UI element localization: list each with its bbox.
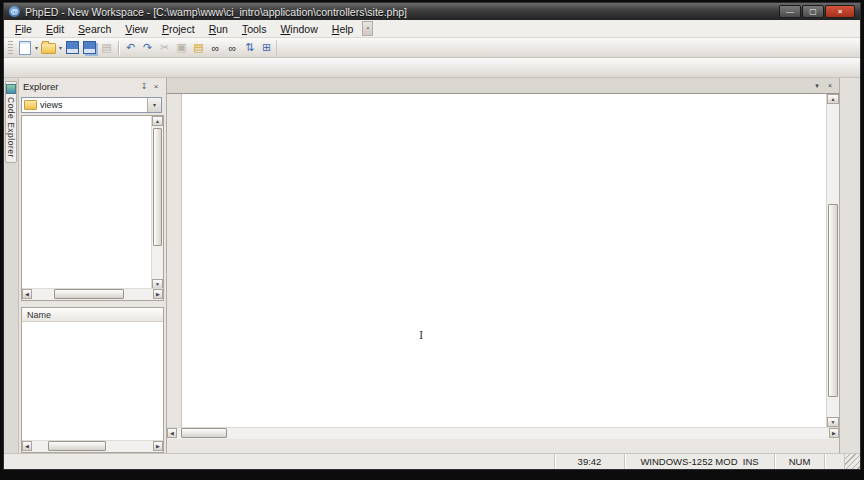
- scroll-right-icon[interactable]: ▶: [153, 441, 163, 451]
- scrollbar-thumb[interactable]: [153, 128, 162, 246]
- paste-icon[interactable]: ▤: [190, 39, 207, 56]
- toolbar-overflow-button[interactable]: [276, 40, 286, 55]
- minimize-button[interactable]: —: [779, 5, 801, 18]
- menu-search[interactable]: Search: [71, 22, 118, 36]
- scroll-up-icon[interactable]: ▲: [152, 116, 163, 126]
- explorer-title: Explorer: [23, 81, 58, 92]
- explorer-panel: Explorer ↧ × views ▾ ▲: [19, 78, 167, 453]
- main-region: Code Explorer Explorer ↧ × views ▾: [4, 78, 860, 453]
- encoding-mode-indicator: WINDOWS-1252 MOD INS: [624, 454, 774, 469]
- maximize-button[interactable]: ▢: [802, 5, 824, 18]
- menu-tools[interactable]: Tools: [235, 22, 274, 36]
- menu-run[interactable]: Run: [202, 22, 235, 36]
- folder-dropdown[interactable]: views ▾: [21, 97, 162, 113]
- save-all-icon[interactable]: [81, 39, 98, 56]
- editor-horizontal-scrollbar[interactable]: ◀ ▶: [167, 427, 839, 439]
- folder-tree-box: ▲ ▼ ◀ ▶: [21, 115, 164, 301]
- scrollbar-thumb[interactable]: [181, 428, 227, 438]
- status-spacer: [824, 454, 844, 469]
- numlock-indicator: NUM: [774, 454, 824, 469]
- tab-list-dropdown-icon[interactable]: ▾: [812, 82, 822, 90]
- scrollbar-thumb[interactable]: [54, 289, 124, 299]
- editor-vertical-scrollbar[interactable]: ▲ ▼: [826, 94, 839, 427]
- scroll-left-icon[interactable]: ◀: [22, 441, 32, 451]
- phped-logo-icon: @: [9, 6, 20, 17]
- code-explorer-label: Code Explorer: [6, 97, 16, 158]
- phped-window: @ PhpED - New Workspace - [C:\wamp\www\c…: [3, 2, 861, 470]
- chevron-down-icon[interactable]: ▾: [147, 98, 161, 112]
- left-dock-strip: Code Explorer: [4, 78, 19, 453]
- close-tab-icon[interactable]: ×: [825, 82, 835, 90]
- new-file-dropdown-icon[interactable]: ▾: [33, 44, 40, 51]
- toolbar-row-2: [4, 58, 860, 78]
- folder-tree: [22, 117, 152, 289]
- copy-icon[interactable]: ▣: [173, 39, 190, 56]
- scrollbar-thumb[interactable]: [828, 204, 838, 397]
- editor-body: ▲ ▼: [167, 94, 839, 427]
- redo-icon[interactable]: ↷: [139, 39, 156, 56]
- new-file-icon[interactable]: [16, 39, 33, 56]
- file-list: [22, 322, 163, 440]
- scroll-right-icon[interactable]: ▶: [153, 289, 163, 299]
- window-grid-icon[interactable]: ⊞: [258, 39, 275, 56]
- editor-tab-bar: ▾ ×: [167, 78, 839, 94]
- close-button[interactable]: ×: [825, 5, 855, 18]
- scrollbar-thumb[interactable]: [48, 441, 106, 451]
- toolbar-grip[interactable]: [8, 41, 13, 54]
- close-panel-icon[interactable]: ×: [150, 81, 162, 92]
- window-controls: — ▢ ×: [779, 5, 855, 18]
- menu-project[interactable]: Project: [155, 22, 202, 36]
- file-list-header[interactable]: Name: [22, 308, 163, 322]
- code-view[interactable]: [182, 94, 827, 427]
- save-icon[interactable]: [64, 39, 81, 56]
- files-horizontal-scrollbar[interactable]: ◀ ▶: [22, 440, 163, 452]
- status-bar: 39:42 WINDOWS-1252 MOD INS NUM: [4, 453, 860, 469]
- file-list-box: Name ◀ ▶: [21, 307, 164, 453]
- screen: @ PhpED - New Workspace - [C:\wamp\www\c…: [0, 0, 864, 480]
- source-preview-tabs: [167, 439, 839, 453]
- menu-window[interactable]: Window: [273, 22, 324, 36]
- scroll-right-icon[interactable]: ▶: [829, 428, 839, 438]
- menu-view[interactable]: View: [118, 22, 155, 36]
- pin-icon[interactable]: ↧: [138, 81, 150, 92]
- code-explorer-tab[interactable]: Code Explorer: [5, 81, 17, 163]
- menu-help[interactable]: Help: [325, 22, 361, 36]
- undo-icon[interactable]: ↶: [122, 39, 139, 56]
- tab-bar-controls: ▾ ×: [808, 82, 839, 90]
- find-in-files-icon[interactable]: ∞: [224, 39, 241, 56]
- editor-area: ▾ × ▲ ▼ ◀ ▶: [167, 78, 839, 453]
- scroll-left-icon[interactable]: ◀: [167, 428, 177, 438]
- right-dock-strip: [839, 78, 860, 453]
- find-icon[interactable]: ∞: [207, 39, 224, 56]
- toolbar-separator: [118, 41, 119, 55]
- folder-dropdown-value: views: [40, 100, 147, 110]
- mouse-ibeam-cursor: I: [419, 329, 427, 341]
- cursor-position: 39:42: [554, 454, 624, 469]
- scroll-up-icon[interactable]: ▲: [827, 94, 839, 104]
- open-file-dropdown-icon[interactable]: ▾: [57, 44, 64, 51]
- menu-overflow-button[interactable]: ▪: [362, 21, 373, 36]
- incremental-search-icon[interactable]: ⇅: [241, 39, 258, 56]
- tree-vertical-scrollbar[interactable]: ▲ ▼: [151, 116, 163, 289]
- cut-icon[interactable]: ✂: [156, 39, 173, 56]
- code-explorer-icon: [6, 84, 16, 94]
- menu-bar: FileEditSearchViewProjectRunToolsWindowH…: [4, 20, 860, 38]
- explorer-toolbar: views ▾: [21, 94, 164, 115]
- title-bar[interactable]: @ PhpED - New Workspace - [C:\wamp\www\c…: [4, 3, 860, 20]
- tree-horizontal-scrollbar[interactable]: ◀ ▶: [22, 288, 163, 300]
- scroll-left-icon[interactable]: ◀: [22, 289, 32, 299]
- menu-file[interactable]: File: [8, 22, 39, 36]
- menu-edit[interactable]: Edit: [39, 22, 71, 36]
- print-icon[interactable]: ▤: [98, 39, 115, 56]
- toolbar-row-1: ▾▾▤↶↷✂▣▤∞∞⇅⊞: [4, 38, 860, 58]
- explorer-header: Explorer ↧ ×: [21, 78, 164, 94]
- folder-icon: [24, 100, 37, 110]
- window-title: PhpED - New Workspace - [C:\wamp\www\ci_…: [25, 6, 407, 18]
- editor-side-toolbar: [167, 94, 182, 427]
- scroll-down-icon[interactable]: ▼: [827, 417, 839, 427]
- open-file-icon[interactable]: [40, 39, 57, 56]
- resize-grip[interactable]: [844, 454, 860, 469]
